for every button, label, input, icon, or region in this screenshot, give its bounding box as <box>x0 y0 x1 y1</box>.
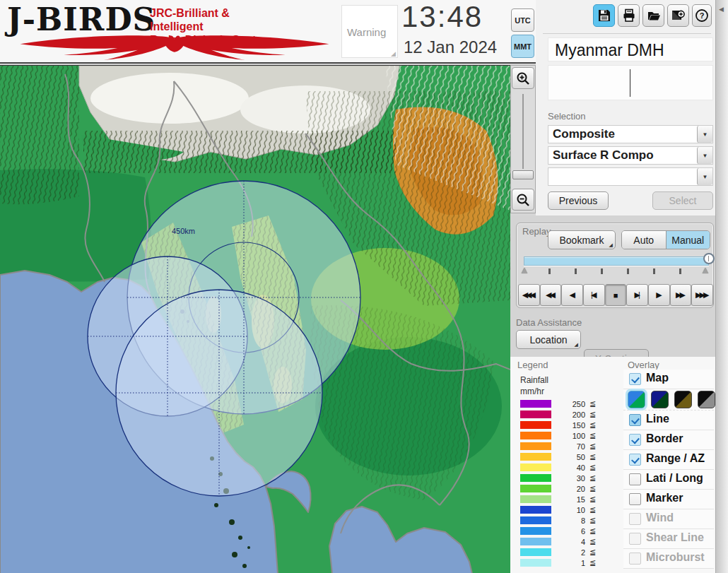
clock-date: 12 Jan 2024 <box>404 37 497 57</box>
overlay-label: Line <box>646 413 669 425</box>
step-back-button[interactable]: |◀ <box>583 284 605 306</box>
map-style-blue-green[interactable] <box>628 391 645 408</box>
map-area[interactable]: 450km <box>0 65 510 573</box>
play-button[interactable]: ▶ <box>648 284 670 306</box>
station-title-box: Myanmar DMH <box>548 37 713 61</box>
map-style-black-gray[interactable] <box>698 391 715 408</box>
legend-row: 30≦ <box>520 473 619 484</box>
play-reverse-button[interactable]: ◀ <box>561 284 583 306</box>
utc-button[interactable]: UTC <box>511 8 534 32</box>
slider-tick <box>601 268 603 274</box>
zoom-slider-handle[interactable] <box>512 170 534 179</box>
map-canvas[interactable]: 450km <box>0 66 510 573</box>
warning-panel[interactable]: Warning ◢ <box>341 5 398 58</box>
save-button[interactable] <box>593 4 615 27</box>
location-button[interactable]: Location <box>516 330 581 349</box>
zoom-slider-track[interactable] <box>522 94 524 169</box>
legend-suffix: ≦ <box>589 548 596 557</box>
panel-collapse-strip[interactable]: ◀ <box>715 0 728 573</box>
legend-section-label: Legend <box>517 360 548 370</box>
legend-swatch <box>520 453 551 461</box>
chevron-down-icon[interactable]: ▼ <box>697 147 712 164</box>
replay-group: Replay Bookmark Auto Manual ▲ ▲ ◀◀◀◀◀◀|◀… <box>516 223 714 308</box>
legend-value: 1 <box>556 559 585 567</box>
legend-value: 8 <box>556 516 585 525</box>
checkbox-microburst <box>629 553 641 565</box>
replay-slider-track[interactable] <box>524 256 709 266</box>
legend-row: 8≦ <box>520 516 619 526</box>
legend-suffix: ≦ <box>589 442 596 451</box>
overlay-item-border: Border <box>623 430 714 450</box>
zoom-out-button[interactable] <box>512 189 534 211</box>
checkbox-map[interactable] <box>629 373 641 385</box>
checkbox-marker[interactable] <box>629 493 641 505</box>
checkbox-range-az[interactable] <box>629 454 641 466</box>
add-image-button[interactable] <box>667 4 689 27</box>
legend-value: 70 <box>556 442 585 451</box>
svg-text:?: ? <box>700 11 705 20</box>
status-divider <box>630 69 630 97</box>
open-folder-button[interactable] <box>642 4 664 27</box>
legend-value: 10 <box>556 506 585 514</box>
legend-overlay-panel: Legend Overlay Rainfall mm/hr 250≦200≦15… <box>510 357 715 573</box>
help-button[interactable]: ? <box>692 4 712 27</box>
logo-subtitle-line1: JRC-Brilliant & Intelligent <box>150 6 284 33</box>
mmt-button[interactable]: MMT <box>511 35 534 58</box>
add-image-icon <box>671 8 686 23</box>
replay-section-label: Replay <box>522 226 551 237</box>
legend-suffix: ≦ <box>589 410 596 419</box>
chevron-down-icon[interactable]: ▼ <box>697 126 712 143</box>
rewind-button[interactable]: ◀◀ <box>540 284 562 306</box>
zoom-in-button[interactable] <box>512 67 534 89</box>
map-zoom-control <box>510 65 536 213</box>
map-style-swatches <box>623 389 714 410</box>
legend-suffix: ≦ <box>589 463 596 472</box>
product-type-dropdown[interactable]: Composite ▼ <box>548 125 713 143</box>
slider-tick <box>575 268 577 274</box>
legend-row: 10≦ <box>520 505 619 516</box>
legend-value: 30 <box>556 474 585 483</box>
select-button[interactable]: Select <box>652 191 713 210</box>
legend-swatch <box>520 474 551 482</box>
overlay-label: Border <box>646 432 683 445</box>
warning-label: Warning <box>347 26 386 38</box>
product-name-dropdown[interactable]: Surface R Compo ▼ <box>548 146 713 165</box>
save-icon <box>597 8 611 23</box>
chevron-down-icon[interactable]: ▼ <box>697 168 712 185</box>
legend-suffix: ≦ <box>589 452 596 461</box>
map-style-navy-darkgreen[interactable] <box>651 391 669 408</box>
legend-swatch <box>520 538 551 545</box>
checkbox-line[interactable] <box>629 414 641 426</box>
range-end-marker[interactable]: ▲ <box>700 264 710 276</box>
bookmark-button[interactable]: Bookmark <box>548 230 616 249</box>
legend-suffix: ≦ <box>589 473 596 483</box>
legend-suffix: ≦ <box>589 420 596 430</box>
legend-row: 40≦ <box>520 463 619 473</box>
legend-suffix: ≦ <box>589 431 596 440</box>
print-button[interactable] <box>618 4 640 27</box>
overlay-item-lati-long: Lati / Long <box>623 470 714 490</box>
legend-row: 2≦ <box>520 548 619 558</box>
replay-slider-handle[interactable] <box>703 253 715 264</box>
checkbox-border[interactable] <box>629 434 641 446</box>
product-name-value: Surface R Compo <box>553 148 654 163</box>
legend-suffix: ≦ <box>589 537 596 546</box>
rewind-fast-button[interactable]: ◀◀◀ <box>518 284 540 306</box>
stop-button[interactable]: ■ <box>605 284 627 306</box>
checkbox-lati-long[interactable] <box>629 473 641 485</box>
range-start-marker[interactable]: ▲ <box>519 264 529 276</box>
forward-fast-button[interactable]: ▶▶▶ <box>691 284 713 306</box>
auto-mode-button[interactable]: Auto <box>622 231 666 249</box>
previous-button[interactable]: Previous <box>548 191 609 210</box>
manual-mode-button[interactable]: Manual <box>666 231 710 249</box>
legend-swatch <box>520 463 551 471</box>
map-style-black-olive[interactable] <box>674 391 692 408</box>
product-option-dropdown[interactable]: ▼ <box>548 167 713 186</box>
forward-button[interactable]: ▶▶ <box>670 284 692 306</box>
product-type-value: Composite <box>553 127 615 141</box>
legend-value: 150 <box>556 421 585 430</box>
resize-grip-icon: ◢ <box>391 50 396 57</box>
legend-suffix: ≦ <box>589 526 596 536</box>
magnifier-minus-icon <box>516 193 530 207</box>
step-forward-button[interactable]: ▶| <box>626 284 648 306</box>
